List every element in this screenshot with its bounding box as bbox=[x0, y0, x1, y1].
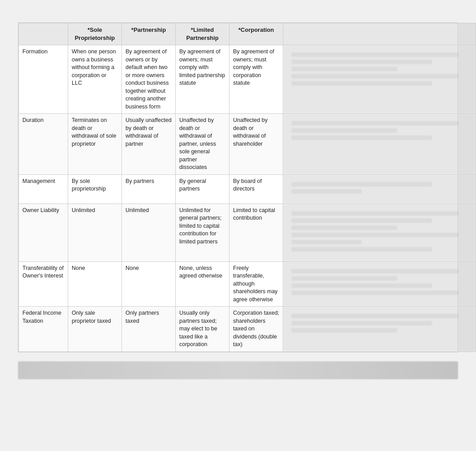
cell-formation-lp: By agreement of owners; must comply with… bbox=[176, 45, 229, 114]
header-partnership: *Partnership bbox=[122, 23, 176, 45]
header-limited-partnership: *Limited Partnership bbox=[176, 23, 229, 45]
cell-liability-lp: Unlimited for general partners; limited … bbox=[176, 204, 229, 261]
blurred-line bbox=[291, 128, 397, 133]
cell-formation-sole: When one person owns a business without … bbox=[68, 45, 122, 114]
blurred-line bbox=[291, 211, 459, 216]
blurred-line bbox=[291, 189, 362, 194]
table-row: Duration Terminates on death or withdraw… bbox=[19, 114, 476, 175]
cell-taxation-sole: Only sale proprietor taxed bbox=[68, 307, 122, 352]
cell-formation-corp: By agreement of owners; must comply with… bbox=[229, 45, 283, 114]
blurred-content bbox=[287, 309, 472, 340]
blurred-line bbox=[291, 269, 459, 273]
cell-management-corp: By board of directors bbox=[229, 174, 283, 204]
row-label-owner-liability: Owner Liability bbox=[19, 204, 68, 261]
cell-management-sole: By sole proprietorship bbox=[68, 174, 122, 204]
blurred-line bbox=[291, 218, 432, 223]
business-forms-table: *Sole Proprietorship *Partnership *Limit… bbox=[18, 23, 476, 352]
blurred-content bbox=[287, 178, 472, 201]
blurred-line bbox=[291, 321, 432, 325]
cell-duration-right bbox=[283, 114, 476, 175]
blurred-content bbox=[287, 48, 472, 93]
blurred-line bbox=[291, 52, 459, 57]
table-row: Federal Income Taxation Only sale propri… bbox=[19, 307, 476, 352]
cell-taxation-right bbox=[283, 307, 476, 352]
blurred-line bbox=[291, 74, 459, 78]
header-right-panel bbox=[283, 23, 476, 45]
table-row: Owner Liability Unlimited Unlimited Unli… bbox=[19, 204, 476, 261]
blurred-line bbox=[291, 247, 432, 252]
blurred-line bbox=[291, 291, 459, 295]
row-label-taxation: Federal Income Taxation bbox=[19, 307, 68, 352]
cell-management-right bbox=[283, 174, 476, 204]
cell-transfer-corp: Freely transferable, although shareholde… bbox=[229, 261, 283, 307]
cell-transfer-right bbox=[283, 261, 476, 307]
cell-duration-sole: Terminates on death or withdrawal of sol… bbox=[68, 114, 122, 175]
cell-management-partnership: By partners bbox=[122, 174, 176, 204]
cell-liability-corp: Limited to capital contribution bbox=[229, 204, 283, 261]
bottom-blurred-bar bbox=[18, 361, 458, 379]
header-category bbox=[19, 23, 68, 45]
row-label-duration: Duration bbox=[19, 114, 68, 175]
blurred-line bbox=[291, 314, 459, 318]
cell-liability-partnership: Unlimited bbox=[122, 204, 176, 261]
cell-duration-partnership: Usually unaffected by death or withdrawa… bbox=[122, 114, 176, 175]
blurred-content bbox=[287, 265, 472, 302]
cell-taxation-corp: Corporation taxed; shareholders taxed on… bbox=[229, 307, 283, 352]
blurred-line bbox=[291, 226, 397, 230]
table-row: Formation When one person owns a busines… bbox=[19, 45, 476, 114]
table-header-row: *Sole Proprietorship *Partnership *Limit… bbox=[19, 23, 476, 45]
cell-formation-right bbox=[283, 45, 476, 114]
cell-liability-sole: Unlimited bbox=[68, 204, 122, 261]
cell-duration-lp: Unaffected by death or withdrawal of par… bbox=[176, 114, 229, 175]
blurred-line bbox=[291, 67, 397, 71]
blurred-line bbox=[291, 60, 432, 64]
row-label-formation: Formation bbox=[19, 45, 68, 114]
blurred-line bbox=[291, 283, 432, 288]
blurred-line bbox=[291, 182, 432, 186]
blurred-content bbox=[287, 117, 472, 147]
cell-transfer-partnership: None bbox=[122, 261, 176, 307]
blurred-content bbox=[287, 207, 472, 259]
header-sole-proprietorship: *Sole Proprietorship bbox=[68, 23, 122, 45]
cell-transfer-sole: None bbox=[68, 261, 122, 307]
cell-transfer-lp: None, unless agreed otherwise bbox=[176, 261, 229, 307]
main-table-container: *Sole Proprietorship *Partnership *Limit… bbox=[18, 22, 458, 352]
cell-taxation-lp: Usually only partners taxed; may elect t… bbox=[176, 307, 229, 352]
blurred-line bbox=[291, 276, 397, 281]
blurred-line bbox=[291, 121, 459, 126]
cell-management-lp: By general partners bbox=[176, 174, 229, 204]
cell-taxation-partnership: Only partners taxed bbox=[122, 307, 176, 352]
page: *Sole Proprietorship *Partnership *Limit… bbox=[0, 0, 476, 451]
blurred-line bbox=[291, 81, 432, 86]
row-label-management: Management bbox=[19, 174, 68, 204]
blurred-line bbox=[291, 328, 397, 333]
header-corporation: *Corporation bbox=[229, 23, 283, 45]
cell-liability-right bbox=[283, 204, 476, 261]
cell-duration-corp: Unaffected by death or withdrawal of sha… bbox=[229, 114, 283, 175]
blurred-line bbox=[291, 233, 459, 237]
row-label-transferability: Transferability of Owner's Interest bbox=[19, 261, 68, 307]
cell-formation-partnership: By agreement of owners or by default whe… bbox=[122, 45, 176, 114]
table-row: Transferability of Owner's Interest None… bbox=[19, 261, 476, 307]
table-row: Management By sole proprietorship By par… bbox=[19, 174, 476, 204]
blurred-line bbox=[291, 135, 432, 140]
blurred-line bbox=[291, 240, 362, 244]
